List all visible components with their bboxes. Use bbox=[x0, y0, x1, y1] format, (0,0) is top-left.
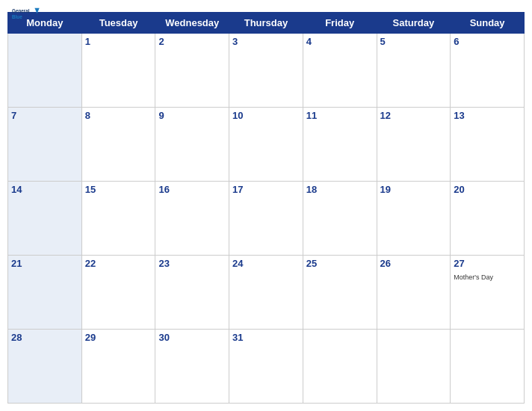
calendar-cell bbox=[451, 330, 525, 404]
date-number: 4 bbox=[306, 36, 374, 47]
calendar-cell: 20 bbox=[451, 182, 525, 256]
date-number: 24 bbox=[232, 258, 300, 269]
calendar-cell: 13 bbox=[451, 108, 525, 182]
calendar-cell bbox=[377, 330, 451, 404]
calendar-cell: 14 bbox=[8, 182, 82, 256]
week-row-2: 78910111213 bbox=[8, 108, 525, 182]
calendar-cell: 27Mother's Day bbox=[451, 256, 525, 330]
date-number: 18 bbox=[306, 184, 374, 195]
calendar-cell: 17 bbox=[229, 182, 303, 256]
calendar-cell: 7 bbox=[8, 108, 82, 182]
week-row-1: 123456 bbox=[8, 34, 525, 108]
calendar-header: General Blue bbox=[0, 0, 532, 12]
date-number: 6 bbox=[454, 36, 521, 47]
calendar-cell: 23 bbox=[155, 256, 229, 330]
date-number: 21 bbox=[11, 258, 78, 269]
calendar-body: 1234567891011121314151617181920212223242… bbox=[8, 34, 525, 404]
calendar-cell: 3 bbox=[229, 34, 303, 108]
day-header-friday: Friday bbox=[303, 13, 377, 34]
day-header-tuesday: Tuesday bbox=[81, 13, 155, 34]
date-number: 13 bbox=[454, 110, 521, 121]
date-number: 7 bbox=[11, 110, 78, 121]
calendar-cell: 5 bbox=[377, 34, 451, 108]
calendar-cell: 21 bbox=[8, 256, 82, 330]
date-number: 27 bbox=[454, 258, 521, 269]
date-number: 29 bbox=[85, 332, 152, 343]
date-number: 30 bbox=[158, 332, 226, 343]
date-number: 5 bbox=[380, 36, 448, 47]
date-number: 9 bbox=[158, 110, 226, 121]
date-number: 22 bbox=[85, 258, 152, 269]
day-header-wednesday: Wednesday bbox=[155, 13, 229, 34]
calendar-cell: 22 bbox=[81, 256, 155, 330]
day-header-saturday: Saturday bbox=[377, 13, 451, 34]
calendar-cell: 30 bbox=[155, 330, 229, 404]
general-blue-logo-icon: General Blue bbox=[12, 6, 40, 22]
date-number: 26 bbox=[380, 258, 448, 269]
date-number: 12 bbox=[380, 110, 448, 121]
svg-marker-2 bbox=[34, 8, 39, 14]
week-row-3: 14151617181920 bbox=[8, 182, 525, 256]
calendar-cell: 16 bbox=[155, 182, 229, 256]
date-number: 8 bbox=[85, 110, 152, 121]
date-number: 25 bbox=[306, 258, 374, 269]
date-number: 28 bbox=[11, 332, 78, 343]
event-label: Mother's Day bbox=[454, 274, 493, 281]
svg-text:Blue: Blue bbox=[12, 14, 22, 19]
week-row-4: 21222324252627Mother's Day bbox=[8, 256, 525, 330]
date-number: 1 bbox=[85, 36, 152, 47]
date-number: 11 bbox=[306, 110, 374, 121]
calendar-cell: 25 bbox=[303, 256, 377, 330]
date-number: 10 bbox=[232, 110, 300, 121]
day-header-sunday: Sunday bbox=[451, 13, 525, 34]
day-headers-row: MondayTuesdayWednesdayThursdayFridaySatu… bbox=[8, 13, 525, 34]
date-number: 20 bbox=[454, 184, 521, 195]
date-number: 23 bbox=[158, 258, 226, 269]
calendar-cell: 1 bbox=[81, 34, 155, 108]
calendar-cell: 12 bbox=[377, 108, 451, 182]
date-number: 31 bbox=[232, 332, 300, 343]
calendar-cell bbox=[8, 34, 82, 108]
date-number: 17 bbox=[232, 184, 300, 195]
date-number: 3 bbox=[232, 36, 300, 47]
day-header-thursday: Thursday bbox=[229, 13, 303, 34]
calendar-cell: 4 bbox=[303, 34, 377, 108]
calendar-grid: MondayTuesdayWednesdayThursdayFridaySatu… bbox=[0, 12, 532, 411]
calendar-cell: 24 bbox=[229, 256, 303, 330]
week-row-5: 28293031 bbox=[8, 330, 525, 404]
calendar-cell: 8 bbox=[81, 108, 155, 182]
calendar-cell: 10 bbox=[229, 108, 303, 182]
calendar-cell: 31 bbox=[229, 330, 303, 404]
date-number: 2 bbox=[158, 36, 226, 47]
calendar-cell: 19 bbox=[377, 182, 451, 256]
calendar-cell: 29 bbox=[81, 330, 155, 404]
calendar-cell: 9 bbox=[155, 108, 229, 182]
calendar-cell bbox=[303, 330, 377, 404]
calendar-cell: 2 bbox=[155, 34, 229, 108]
date-number: 19 bbox=[380, 184, 448, 195]
logo: General Blue bbox=[12, 6, 40, 22]
date-number: 14 bbox=[11, 184, 78, 195]
calendar-table: MondayTuesdayWednesdayThursdayFridaySatu… bbox=[7, 12, 525, 404]
calendar-cell: 26 bbox=[377, 256, 451, 330]
calendar-cell: 28 bbox=[8, 330, 82, 404]
calendar-cell: 18 bbox=[303, 182, 377, 256]
calendar-cell: 15 bbox=[81, 182, 155, 256]
calendar-cell: 6 bbox=[451, 34, 525, 108]
date-number: 15 bbox=[85, 184, 152, 195]
svg-text:General: General bbox=[12, 8, 30, 13]
calendar-cell: 11 bbox=[303, 108, 377, 182]
date-number: 16 bbox=[158, 184, 226, 195]
